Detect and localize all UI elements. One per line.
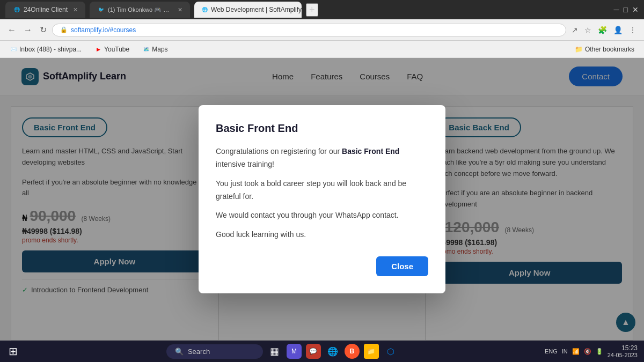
taskbar-left: ⊞: [6, 343, 20, 360]
taskbar-files-button[interactable]: 📁: [364, 344, 379, 359]
forward-button[interactable]: →: [21, 23, 34, 37]
tab3-title: Web Development | SoftAmplify: [211, 6, 302, 13]
bookmark-maps-label: Maps: [152, 46, 167, 53]
browser-tab-1[interactable]: 🌐 24Online Client ✕: [5, 2, 85, 18]
taskbar-chrome-button[interactable]: 🌐: [325, 344, 340, 359]
taskbar-right: ENG IN 📶 🔇 🔋 15:23 24-05-2023: [545, 344, 638, 358]
reload-button[interactable]: ↻: [38, 23, 49, 37]
back-button[interactable]: ←: [5, 23, 18, 37]
modal-line3: We would contact you through your WhatsA…: [216, 209, 428, 222]
url-bar[interactable]: 🔒 softamplify.io/#courses: [52, 24, 566, 36]
taskbar-battery-icon: 🔋: [596, 348, 603, 355]
bookmark-gmail[interactable]: ✉️ Inbox (488) - shivpa...: [5, 43, 86, 55]
courses-section: Basic Front End Learn and master HTML, C…: [0, 95, 644, 341]
tab1-close[interactable]: ✕: [73, 6, 78, 13]
share-button[interactable]: ↗: [569, 24, 580, 36]
modal-line1: Congratulations on registering for our B…: [216, 145, 428, 171]
bookmark-gmail-label: Inbox (488) - shivpa...: [19, 46, 82, 53]
maximize-button[interactable]: □: [624, 5, 628, 14]
taskbar-time: 15:23: [608, 344, 638, 352]
tab1-title: 24Online Client: [24, 6, 68, 13]
security-icon: 🔒: [60, 26, 68, 33]
minimize-button[interactable]: ─: [614, 5, 619, 14]
browser-chrome: 🌐 24Online Client ✕ 🐦 (1) Tim Okonkwo 🎮 …: [0, 0, 644, 58]
modal-close-button[interactable]: Close: [376, 256, 428, 276]
taskbar-widgets-button[interactable]: ▦: [267, 344, 282, 359]
modal-dialog: Basic Front End Congratulations on regis…: [199, 105, 445, 293]
tab2-close[interactable]: ✕: [178, 6, 182, 13]
taskbar-wifi-icon: 📶: [572, 348, 580, 355]
windows-start-button[interactable]: ⊞: [6, 343, 20, 360]
close-window-button[interactable]: ✕: [632, 5, 639, 14]
modal-body: Congratulations on registering for our B…: [216, 145, 428, 241]
bookmark-youtube[interactable]: ▶ YouTube: [90, 43, 134, 55]
toolbar-actions: ↗ ☆ 🧩 👤 ⋮: [569, 24, 639, 36]
modal-overlay: Basic Front End Congratulations on regis…: [0, 95, 644, 341]
taskbar-search-text: Search: [188, 348, 210, 356]
other-bookmarks[interactable]: 📁 Other bookmarks: [570, 43, 639, 55]
search-icon: 🔍: [175, 348, 184, 356]
tab2-title: (1) Tim Okonkwo 🎮 🎯 on Twit...: [108, 6, 172, 13]
site-content: SoftAmplify Learn Home Features Courses …: [0, 58, 644, 341]
modal-line2: You just took a bold career step you wil…: [216, 178, 428, 203]
taskbar-date: 24-05-2023: [608, 352, 638, 358]
modal-line1-bold: Basic Front End: [342, 147, 399, 156]
taskbar-search-bar[interactable]: 🔍 Search: [166, 344, 263, 359]
bookmarks-bar: ✉️ Inbox (488) - shivpa... ▶ YouTube 🗺️ …: [0, 41, 644, 58]
tab3-favicon: 🌐: [202, 6, 208, 13]
taskbar-edge-button[interactable]: ⬡: [383, 344, 398, 359]
browser-tab-3[interactable]: 🌐 Web Development | SoftAmplify ✕: [194, 2, 302, 18]
modal-line1-post: intensive training!: [216, 160, 274, 168]
gmail-favicon: ✉️: [10, 46, 17, 53]
browser-toolbar: ← → ↻ 🔒 softamplify.io/#courses ↗ ☆ 🧩 👤 …: [0, 19, 644, 41]
url-text: softamplify.io/#courses: [71, 26, 558, 34]
tab1-favicon: 🌐: [13, 6, 20, 13]
browser-tab-2[interactable]: 🐦 (1) Tim Okonkwo 🎮 🎯 on Twit... ✕: [90, 2, 190, 18]
new-tab-button[interactable]: +: [306, 3, 318, 17]
bookmark-button[interactable]: ☆: [582, 24, 594, 36]
taskbar-meet-button[interactable]: M: [287, 344, 302, 359]
taskbar-center: 🔍 Search ▦ M 💬 🌐 B 📁 ⬡: [20, 344, 545, 359]
maps-favicon: 🗺️: [142, 46, 150, 53]
bookmark-youtube-label: YouTube: [104, 46, 129, 53]
tab2-favicon: 🐦: [97, 6, 105, 13]
taskbar-datetime: 15:23 24-05-2023: [608, 344, 638, 358]
extensions-button[interactable]: 🧩: [596, 24, 609, 36]
other-bookmarks-icon: 📁: [575, 46, 583, 53]
taskbar-chat-button[interactable]: 💬: [306, 344, 321, 359]
more-button[interactable]: ⋮: [627, 24, 639, 36]
modal-line4: Good luck learning with us.: [216, 228, 428, 241]
browser-titlebar: 🌐 24Online Client ✕ 🐦 (1) Tim Okonkwo 🎮 …: [0, 0, 644, 19]
taskbar: ⊞ 🔍 Search ▦ M 💬 🌐 B 📁 ⬡ ENG IN 📶 🔇 🔋 15…: [0, 341, 644, 362]
youtube-favicon: ▶: [94, 46, 102, 53]
modal-line1-pre: Congratulations on registering for our: [216, 147, 342, 156]
taskbar-region: IN: [562, 348, 568, 354]
modal-title: Basic Front End: [216, 122, 428, 135]
taskbar-brave-button[interactable]: B: [345, 344, 360, 359]
profile-button[interactable]: 👤: [611, 24, 625, 36]
other-bookmarks-label: Other bookmarks: [585, 46, 634, 53]
taskbar-lang: ENG: [545, 348, 558, 354]
taskbar-volume-icon: 🔇: [584, 348, 591, 355]
bookmark-maps[interactable]: 🗺️ Maps: [138, 43, 172, 55]
